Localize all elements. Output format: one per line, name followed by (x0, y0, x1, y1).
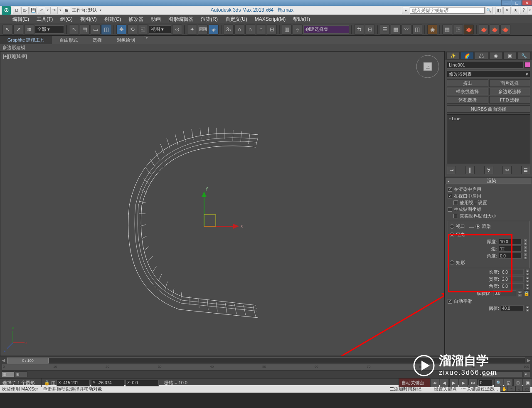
tab-utilities-icon[interactable]: 🔧 (517, 52, 531, 59)
schematic-view-icon[interactable]: ◫ (412, 25, 422, 35)
vp-nav-orbit-icon[interactable]: ⟲ (508, 386, 515, 392)
subscription-icon[interactable]: ◧ (495, 7, 502, 14)
chk-use-vp-settings[interactable] (453, 200, 458, 205)
coord-x-field[interactable]: X: 415.201 (57, 380, 90, 386)
maxscript-label[interactable]: MAXScr (21, 386, 38, 391)
make-unique-icon[interactable]: ∀ (484, 166, 493, 174)
use-pivot-icon[interactable]: ⊙ (172, 25, 182, 35)
unlink-icon[interactable]: ↗ (13, 25, 23, 35)
chk-autosmooth[interactable]: ✓ (448, 299, 452, 304)
viewport-label[interactable]: [+][顶][线框] (3, 53, 27, 59)
coord-z-field[interactable]: Z: 0.0 (126, 380, 159, 386)
refcoord-dropdown[interactable]: 视图 ▾ (149, 25, 171, 34)
keyboard-shortcut-icon[interactable]: ⌨ (198, 25, 208, 35)
menu-help[interactable]: 帮助(H) (293, 16, 310, 23)
render-activeshade-icon[interactable]: 🫖 (490, 25, 500, 35)
modbtn-vol-select[interactable]: 体积选择 (447, 96, 488, 104)
chk-enable-viewport[interactable]: ✓ (448, 194, 452, 198)
ribbon-tab-objectpaint[interactable]: 对象绘制 (109, 36, 143, 44)
modifier-list-dropdown[interactable]: 修改器列表▾ (447, 70, 530, 78)
lock-selection-icon[interactable]: 🔒 (44, 380, 50, 386)
edit-named-sel-icon[interactable]: ∩ (256, 25, 266, 35)
help-icon[interactable]: ? (520, 7, 527, 14)
infocenter-search-input[interactable] (410, 7, 485, 14)
chk-real-world[interactable] (453, 214, 458, 218)
menu-views[interactable]: 视图(V) (80, 16, 97, 23)
ribbon-tab-freeform[interactable]: 自由形式 (52, 36, 85, 44)
keyfilter-button[interactable]: 〰 关键点过滤器... (461, 386, 498, 392)
vp-nav-fov-icon[interactable]: ▭ (523, 386, 530, 392)
open-file-icon[interactable]: 🗁 (21, 7, 29, 14)
spinner-angle[interactable]: 0.0 (499, 253, 522, 259)
tab-motion-icon[interactable]: ◉ (489, 52, 502, 59)
viewport[interactable]: [+][顶][线框] 上 y x z y x (0, 51, 445, 356)
window-maximize-button[interactable]: ▢ (512, 0, 522, 6)
angle-snap-icon[interactable]: 3ₛ (224, 25, 234, 35)
new-file-icon[interactable]: 🗋 (13, 7, 20, 14)
select-manipulate-icon[interactable]: ✦ (187, 25, 197, 35)
stack-item-line[interactable]: ▫ Line (448, 116, 529, 121)
menu-maxscript[interactable]: MAXScript(M) (255, 16, 286, 22)
ribbon-tab-modeling[interactable]: Graphite 建模工具 (0, 36, 52, 44)
radio-radial[interactable] (450, 232, 454, 237)
redo-icon[interactable]: ↷ (50, 7, 58, 14)
radio-render[interactable] (475, 224, 480, 229)
spinner-snap-icon[interactable]: ∩ (245, 25, 255, 35)
trackbar-icon2[interactable]: ⊞ (15, 371, 27, 377)
material-editor-icon[interactable]: ◉ (427, 25, 437, 35)
modbtn-nurbs-select[interactable]: NURBS 曲面选择 (447, 105, 530, 113)
menu-rendering[interactable]: 渲染(R) (201, 16, 218, 23)
search-icon[interactable]: 🔍 (485, 7, 493, 14)
modbtn-extrude[interactable]: 挤出 (447, 79, 488, 87)
search-toggle-icon[interactable]: ▸ (402, 7, 409, 14)
curve-editor-icon[interactable]: 〰 (401, 25, 411, 35)
chk-enable-render[interactable]: ✓ (448, 187, 452, 192)
radio-viewport[interactable] (450, 224, 454, 229)
pin-stack-icon[interactable]: ⇥ (447, 166, 456, 174)
select-move-icon[interactable]: ✥ (116, 25, 126, 35)
setkey-button[interactable]: 设置关键点 (434, 386, 457, 392)
mirror-icon[interactable]: ▥ (282, 25, 292, 35)
snaps-toggle-icon[interactable]: ◈ (209, 25, 219, 35)
menu-group[interactable]: 组(G) (60, 16, 72, 23)
object-name-field[interactable]: Line001 (447, 61, 524, 69)
spinner-threshold[interactable]: 40.0 (501, 305, 524, 311)
undo-icon[interactable]: ↶ (38, 7, 45, 14)
object-color-swatch[interactable] (525, 62, 530, 68)
vp-nav-maximize-icon[interactable]: ◱ (515, 386, 523, 392)
spinner-thickness[interactable]: 10.0 (499, 239, 522, 245)
rollup-rendering-header[interactable]: -渲染 (445, 177, 532, 184)
project-icon[interactable]: 🖿 (63, 7, 70, 14)
configure-sets-icon[interactable]: ☰ (521, 166, 530, 174)
window-minimize-button[interactable]: — (501, 0, 511, 6)
favorites-icon[interactable]: ★ (512, 7, 519, 14)
show-end-result-icon[interactable]: ║ (466, 166, 475, 174)
selected-key-more-icon[interactable]: ▾ (524, 371, 530, 377)
spinner-sides[interactable]: 12 (499, 246, 522, 252)
modbtn-ffd-select[interactable]: FFD 选择 (489, 96, 531, 104)
redo-dropdown-icon[interactable]: ▾ (58, 7, 62, 13)
rendered-frame-icon[interactable]: ◳ (453, 25, 463, 35)
layer-manager-icon[interactable]: ☰ (380, 25, 390, 35)
timeline-next-icon[interactable]: ▶ (527, 358, 530, 363)
ribbon-icon[interactable]: ▦ (391, 25, 401, 35)
select-region-rect-icon[interactable]: ▭ (91, 25, 101, 35)
select-object-icon[interactable]: ↖ (69, 25, 79, 35)
selection-filter-dropdown[interactable]: 全部 ▾ (35, 25, 64, 34)
render-production-icon[interactable]: 🫖 (464, 25, 474, 35)
align-icon[interactable]: ⎀ (293, 25, 303, 35)
ribbon-tab-selection[interactable]: 选择 (85, 36, 109, 44)
render-last-icon[interactable]: 🫖 (500, 25, 510, 35)
render-setup-icon[interactable]: ▦ (442, 25, 452, 35)
render-iterative-icon[interactable]: 🫖 (479, 25, 489, 35)
save-file-icon[interactable]: 💾 (30, 7, 37, 14)
window-close-button[interactable]: ✕ (522, 0, 532, 6)
time-slider-thumb[interactable]: 0 / 100 (7, 358, 49, 363)
spinner-thickness-arrows[interactable]: ▲▼ (523, 239, 527, 245)
tab-create-icon[interactable]: ✨ (446, 52, 460, 59)
addtime-icon[interactable]: ☰ (390, 386, 394, 392)
chk-gen-uv[interactable] (448, 207, 452, 212)
select-scale-icon[interactable]: ◱ (138, 25, 148, 35)
view-cube[interactable]: 上 (416, 55, 439, 78)
remove-modifier-icon[interactable]: ✂ (502, 166, 512, 174)
